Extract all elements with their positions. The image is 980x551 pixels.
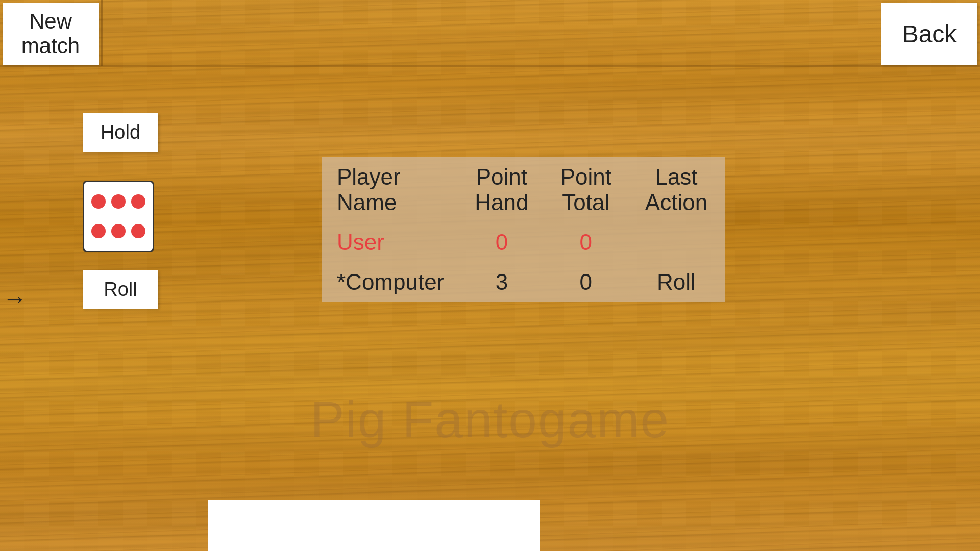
point-hand-cell: 0 [459,222,544,262]
back-button[interactable]: Back [881,3,977,65]
hold-button[interactable]: Hold [83,113,158,152]
roll-button[interactable]: Roll [83,270,158,309]
score-table: Player Name Point Hand Point Total Last … [322,157,725,302]
last-action-cell: Roll [628,262,725,302]
divider-vertical [101,0,103,66]
roll-label: Roll [104,279,137,300]
bottom-white-panel [208,500,540,551]
point-total-cell: 0 [544,222,628,262]
dot-2 [111,194,126,209]
dot-5 [111,224,126,238]
new-match-label: New match [3,9,99,59]
turn-indicator-arrow: → [3,285,27,313]
dot-1 [91,194,106,209]
arrow-symbol: → [3,285,27,312]
header-player-name: Player Name [322,157,459,222]
table-row: User00 [322,222,725,262]
player-name-cell: User [322,222,459,262]
divider-horizontal [0,65,980,67]
point-total-cell: 0 [544,262,628,302]
table-row: *Computer30Roll [322,262,725,302]
dot-6 [131,224,145,238]
header-last-action: Last Action [628,157,725,222]
header-point-hand: Point Hand [459,157,544,222]
watermark-text: Pig Fantogame [310,390,670,449]
back-label: Back [902,20,957,48]
player-name-cell: *Computer [322,262,459,302]
table-header-row: Player Name Point Hand Point Total Last … [322,157,725,222]
dot-3 [131,194,145,209]
last-action-cell [628,222,725,262]
dot-4 [91,224,106,238]
header-point-total: Point Total [544,157,628,222]
new-match-button[interactable]: New match [3,3,99,65]
hold-label: Hold [101,121,140,143]
point-hand-cell: 3 [459,262,544,302]
dice-display [83,181,154,252]
